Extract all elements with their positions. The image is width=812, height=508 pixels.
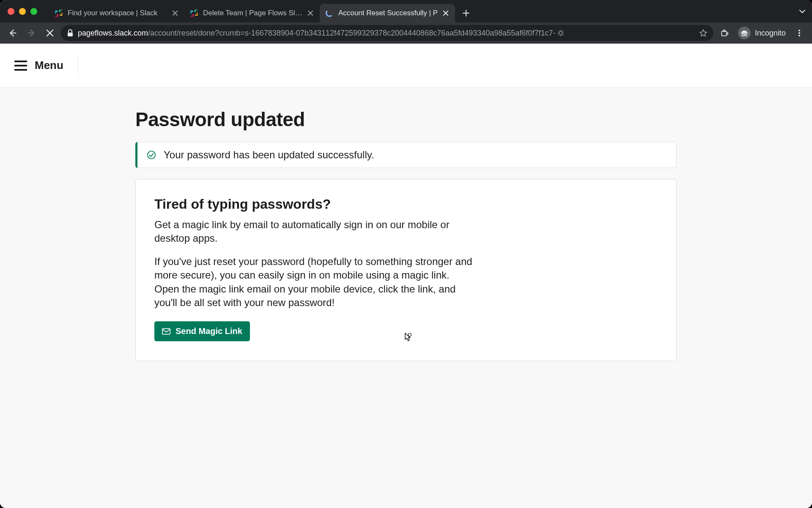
send-magic-link-button[interactable]: Send Magic Link <box>154 321 250 341</box>
check-circle-icon <box>147 150 156 160</box>
page-title: Password updated <box>135 108 677 131</box>
top-menu-bar: Menu <box>0 44 812 88</box>
window-close-button[interactable] <box>8 8 14 15</box>
incognito-indicator[interactable]: Incognito <box>735 27 788 39</box>
tab-title: Account Reset Successfully | P <box>338 9 438 17</box>
loading-spinner-icon <box>325 8 334 18</box>
svg-point-1 <box>560 31 563 35</box>
svg-point-8 <box>798 32 800 34</box>
magic-link-card: Tired of typing passwords? Get a magic l… <box>135 179 677 361</box>
new-tab-button[interactable] <box>458 6 474 21</box>
divider <box>78 55 78 77</box>
incognito-label: Incognito <box>755 29 786 38</box>
slack-favicon <box>189 8 199 18</box>
slack-favicon <box>54 8 63 18</box>
tab-close-icon[interactable] <box>306 9 315 17</box>
browser-tab-strip: Find your workspace | Slack Delete Team … <box>0 0 812 22</box>
svg-point-5 <box>742 34 744 36</box>
incognito-icon <box>738 27 751 39</box>
alert-text: Your password has been updated successfu… <box>164 149 374 161</box>
browser-toolbar: pageflows.slack.com/account/reset/done?c… <box>0 22 812 44</box>
browser-tab-2[interactable]: Delete Team | Page Flows Slack <box>184 4 320 22</box>
window-minimize-button[interactable] <box>19 8 26 15</box>
card-paragraph-2: If you've just reset your password (hope… <box>154 255 476 310</box>
svg-rect-11 <box>162 329 170 334</box>
lock-icon <box>67 29 74 37</box>
url-extras-icon <box>557 29 565 37</box>
button-label: Send Magic Link <box>176 326 242 336</box>
menu-button[interactable]: Menu <box>14 59 63 72</box>
svg-rect-4 <box>727 33 728 34</box>
chrome-menu-button[interactable] <box>792 25 807 41</box>
svg-point-6 <box>745 34 747 36</box>
forward-button[interactable] <box>24 25 39 41</box>
bookmark-star-icon[interactable] <box>695 29 708 37</box>
extensions-button[interactable] <box>717 25 732 41</box>
url-host: pageflows.slack.com <box>78 29 148 38</box>
svg-rect-0 <box>68 33 73 36</box>
hamburger-icon <box>14 61 27 71</box>
card-paragraph-1: Get a magic link by email to automatical… <box>154 218 476 246</box>
browser-tab-1[interactable]: Find your workspace | Slack <box>49 4 184 22</box>
svg-point-7 <box>798 30 800 31</box>
mail-icon <box>162 328 170 335</box>
back-button[interactable] <box>5 25 20 41</box>
window-controls <box>5 0 41 22</box>
svg-point-10 <box>148 151 155 159</box>
card-title: Tired of typing passwords? <box>154 196 658 212</box>
svg-rect-3 <box>723 30 725 32</box>
svg-point-9 <box>798 35 800 36</box>
success-alert: Your password has been updated successfu… <box>135 142 677 168</box>
window-zoom-button[interactable] <box>30 8 37 15</box>
menu-label: Menu <box>35 59 63 72</box>
tab-close-icon[interactable] <box>442 9 450 17</box>
url-path: /account/reset/done?crumb=s-1667838904-0… <box>148 29 555 38</box>
address-bar[interactable]: pageflows.slack.com/account/reset/done?c… <box>61 25 713 41</box>
tab-close-icon[interactable] <box>171 9 179 17</box>
browser-tab-3[interactable]: Account Reset Successfully | P <box>320 4 455 22</box>
stop-loading-button[interactable] <box>42 25 58 41</box>
tab-title: Delete Team | Page Flows Slack <box>203 9 303 17</box>
chevron-down-icon[interactable] <box>798 8 806 15</box>
tab-title: Find your workspace | Slack <box>68 9 167 17</box>
